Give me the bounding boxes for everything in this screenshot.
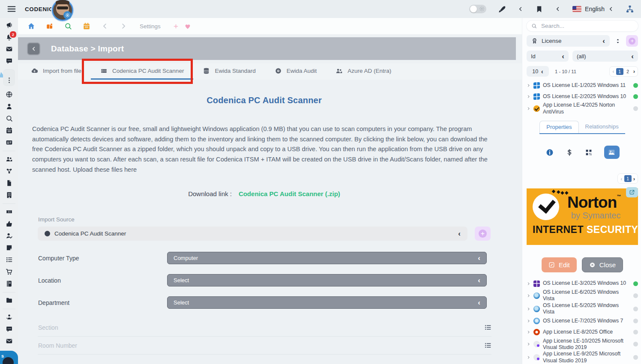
download-link[interactable]: Codenica PC Audit Scanner (.zip) [239,190,340,197]
hr-person-icon[interactable] [3,309,15,321]
image-view-button[interactable] [604,146,620,159]
chat-icon[interactable] [3,57,15,65]
more-icon[interactable] [3,69,15,86]
import-tab[interactable]: Ewida Standard [193,63,265,80]
license-list-item[interactable]: OS License LE-1/2025 Windows 11 [527,80,638,91]
inventory-icon[interactable] [46,22,54,30]
list-picker-icon[interactable] [484,342,491,349]
search-icon[interactable] [64,22,72,30]
calendar-icon[interactable] [3,127,15,134]
language-selector[interactable]: English [572,6,614,12]
search-input[interactable] [540,22,633,30]
menu-icon[interactable] [7,4,16,14]
license-list-item[interactable]: OS License LE-6/2025 Windows Vista [527,289,638,302]
book-icon[interactable] [3,280,15,287]
list-picker-icon[interactable] [484,324,491,331]
expand-caret-icon[interactable] [527,342,530,346]
favorite-icon[interactable] [184,22,192,30]
mail-icon[interactable] [3,45,15,53]
chat-icon[interactable] [3,325,15,333]
paintbrush-icon[interactable] [498,5,506,13]
import-tab[interactable]: Azure AD (Entra) [326,63,401,80]
expand-caret-icon[interactable] [527,84,530,87]
expand-caret-icon[interactable] [527,95,530,98]
document-icon[interactable] [3,179,15,187]
page-number[interactable]: 1 [616,68,623,75]
nav-back-icon[interactable] [101,22,109,30]
add-import-source-button[interactable] [475,227,491,241]
globe-icon[interactable] [3,91,15,98]
nav-forward-icon[interactable] [120,22,127,30]
expand-caret-icon[interactable] [527,319,530,323]
note-icon[interactable] [3,244,15,251]
back-button[interactable] [27,42,40,55]
info-icon[interactable] [545,148,554,157]
detail-tab[interactable]: Relationships [579,121,625,133]
home-icon[interactable] [27,22,35,30]
image-page-number[interactable]: 1 [624,175,632,182]
filter-value-select[interactable]: (all) ‹ [572,51,638,62]
add-favorite-icon[interactable] [173,24,179,29]
sitemap-icon[interactable] [626,5,634,13]
license-list-item[interactable]: App License LE-10/2025 Microsoft Visual … [527,338,638,351]
license-list-item[interactable]: App License LE-4/2025 Norton AntiVirus [527,102,638,115]
ticket-icon[interactable] [3,203,15,215]
license-list-item[interactable]: OS License LE-2/2025 Windows 10 [527,91,638,102]
detail-tab[interactable]: Properties [539,121,578,133]
import-tab[interactable]: Ewida Audit [265,63,326,80]
entity-select[interactable]: License ‹ [527,35,610,47]
breadcrumb[interactable]: Settings [140,23,161,30]
license-list-item[interactable]: OS License LE-3/2025 Windows 10 [527,278,638,289]
notifications-icon[interactable]: 2 [3,33,15,41]
import-tab[interactable]: Codenica PC Audit Scanner [91,63,193,80]
import-tab[interactable]: Import from file [21,63,91,80]
pager-next[interactable]: › [633,69,635,74]
page-size-select[interactable]: 10 ‹ [527,66,549,77]
license-list-item[interactable]: App License LE-8/2025 Office [527,327,638,338]
cost-icon[interactable] [566,149,573,156]
expand-caret-icon[interactable] [527,282,530,286]
field-select[interactable]: Computer ‹ [167,252,487,264]
qr-code-icon[interactable] [585,149,593,156]
expand-caret-icon[interactable] [527,107,530,110]
chevron-left-icon[interactable] [518,6,524,12]
search-icon[interactable] [3,115,15,122]
cart-icon[interactable] [3,268,15,275]
avatar-gear-icon[interactable] [63,11,72,19]
field-select[interactable]: Select ‹ [167,296,487,309]
license-list-item[interactable]: OS License LE-7/2025 Windows 7 [527,316,638,327]
edit-button[interactable]: Edit [542,257,577,272]
mail-icon[interactable] [3,337,15,345]
page-number[interactable]: 2 [624,68,632,75]
pager-prev[interactable]: ‹ [612,69,614,74]
thumbs-up-icon[interactable] [3,220,15,227]
license-list-item[interactable]: App License LE-9/2025 Microsoft Visual S… [527,351,638,364]
id-card-icon[interactable] [3,139,15,146]
user-check-icon[interactable] [3,232,15,239]
expand-caret-icon[interactable] [527,294,530,298]
building-icon[interactable] [3,191,15,199]
calendar-icon[interactable] [83,22,90,30]
folder-icon[interactable] [3,292,15,304]
expand-caret-icon[interactable] [527,330,530,334]
user-icon[interactable] [3,103,15,110]
text-input[interactable] [38,324,484,331]
expand-caret-icon[interactable] [527,307,530,311]
open-external-button[interactable] [626,187,638,197]
license-list-item[interactable]: OS License LE-5/2025 Windows Vista [527,302,638,316]
field-select[interactable]: Select ‹ [167,274,487,286]
filter-field-select[interactable]: Id ‹ [527,51,569,62]
search-bar[interactable] [527,21,638,31]
users-icon[interactable] [3,151,15,163]
bookmark-icon[interactable] [535,5,543,13]
image-prev[interactable]: ‹ [620,176,622,182]
checklist-icon[interactable] [3,256,15,263]
sort-button[interactable] [612,35,623,47]
text-input[interactable] [38,342,484,349]
expand-caret-icon[interactable] [527,355,530,359]
close-button[interactable]: Close [582,257,623,272]
add-entity-button[interactable] [626,35,638,47]
settings-toggle[interactable] [469,5,486,13]
import-source-select[interactable]: Codenica PC Audit Scanner ‹ [38,227,467,241]
announcements-icon[interactable] [3,21,15,29]
